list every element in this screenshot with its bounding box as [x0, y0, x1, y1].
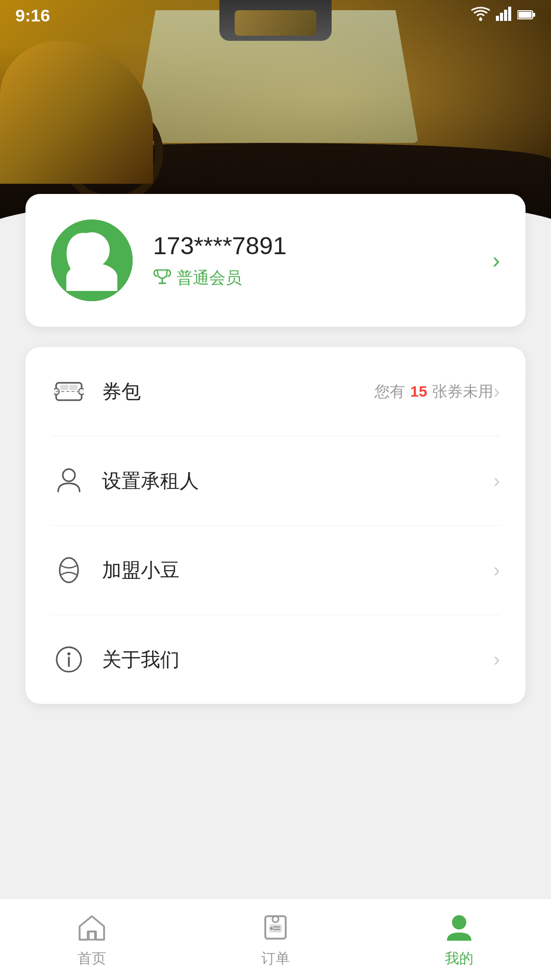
order-icon	[259, 911, 292, 944]
signal-icon	[496, 7, 511, 24]
coupon-prefix: 您有	[374, 381, 405, 402]
bottom-nav: 首页 订单 我的	[0, 898, 551, 980]
profile-member: 普通会员	[153, 267, 472, 289]
renter-label: 设置承租人	[102, 468, 493, 494]
about-label: 关于我们	[102, 647, 493, 673]
svg-rect-17	[69, 385, 78, 390]
status-icons	[471, 7, 536, 24]
trophy-icon	[153, 267, 171, 289]
menu-item-coupon[interactable]: 券包 您有 15 张券未用 ›	[51, 347, 500, 436]
member-label: 普通会员	[177, 267, 242, 289]
svg-rect-4	[508, 7, 511, 21]
coupon-chevron: ›	[493, 381, 500, 403]
svg-point-25	[272, 916, 279, 922]
coupon-icon	[51, 374, 87, 409]
status-bar: 9:16	[0, 0, 551, 31]
svg-point-21	[67, 652, 70, 655]
nav-item-mine[interactable]: 我的	[367, 911, 551, 968]
nav-home-label: 首页	[78, 949, 106, 968]
svg-point-11	[79, 240, 99, 260]
status-time: 9:16	[15, 6, 50, 26]
info-icon	[51, 642, 87, 677]
svg-rect-7	[518, 12, 532, 18]
menu-card: 券包 您有 15 张券未用 › 设置承租人 › 加盟小豆 ›	[26, 347, 525, 704]
svg-rect-3	[504, 10, 507, 21]
profile-card[interactable]: 173****7891 普通会员 ›	[26, 194, 525, 327]
svg-point-19	[60, 558, 78, 582]
svg-point-27	[270, 927, 273, 930]
profile-phone: 173****7891	[153, 232, 472, 260]
bean-icon	[51, 552, 87, 588]
battery-icon	[517, 7, 536, 23]
svg-rect-16	[60, 385, 68, 390]
avatar	[51, 219, 133, 301]
coupon-count: 15	[410, 383, 427, 400]
menu-item-about[interactable]: 关于我们 ›	[51, 615, 500, 704]
bean-chevron: ›	[493, 559, 500, 581]
profile-info: 173****7891 普通会员	[153, 232, 472, 289]
svg-point-18	[63, 469, 75, 481]
menu-item-renter[interactable]: 设置承租人 ›	[51, 436, 500, 526]
nav-mine-label: 我的	[445, 949, 473, 968]
wifi-icon	[471, 7, 490, 24]
nav-item-order[interactable]: 订单	[184, 911, 367, 968]
svg-point-30	[452, 915, 466, 929]
nav-order-label: 订单	[261, 949, 290, 968]
home-icon	[76, 911, 108, 944]
about-chevron: ›	[493, 649, 500, 671]
coupon-label: 券包	[102, 379, 374, 405]
coupon-right: 您有 15 张券未用	[374, 381, 493, 402]
svg-rect-1	[496, 16, 499, 21]
person-icon	[51, 463, 87, 499]
renter-chevron: ›	[493, 470, 500, 492]
bean-label: 加盟小豆	[102, 557, 493, 583]
svg-rect-2	[500, 13, 503, 21]
menu-item-bean[interactable]: 加盟小豆 ›	[51, 526, 500, 615]
svg-rect-23	[89, 932, 95, 940]
svg-point-8	[51, 219, 133, 301]
mine-icon	[443, 911, 475, 944]
coupon-suffix: 张券未用	[432, 381, 493, 402]
svg-point-0	[479, 18, 482, 21]
svg-rect-6	[533, 13, 535, 17]
profile-arrow[interactable]: ›	[492, 248, 500, 273]
nav-item-home[interactable]: 首页	[0, 911, 184, 968]
